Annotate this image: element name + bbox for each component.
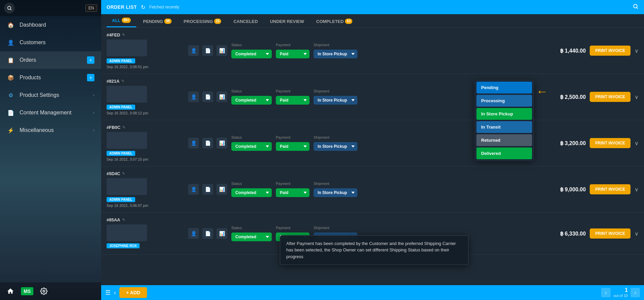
shipment-select-2[interactable]: In Store Pickup In Transit Delivered Ret…	[314, 142, 357, 151]
order-row-0: #4FED ✎ ADMIN PANEL Sep 16 2022, 3:08:51…	[101, 28, 644, 74]
order-id-3: #5D4C	[107, 171, 120, 176]
dropdown-item-0[interactable]: Pending	[476, 82, 532, 93]
customer-icon-1[interactable]: 👤	[188, 91, 199, 102]
customer-icon-4[interactable]: 👤	[188, 228, 199, 239]
order-thumbnail-1	[107, 86, 147, 103]
chart-icon-0[interactable]: 📊	[216, 45, 227, 56]
svg-point-3	[634, 4, 637, 8]
print-invoice-button-2[interactable]: PRINT INVOICE	[590, 138, 631, 148]
expand-content-management-icon: ›	[93, 110, 94, 115]
document-icon-4[interactable]: 📄	[202, 228, 213, 239]
svg-point-2	[43, 290, 45, 292]
products-icon: 📦	[7, 74, 15, 82]
back-button[interactable]: ‹	[114, 289, 116, 296]
sidebar-item-dashboard[interactable]: 🏠 Dashboard	[0, 16, 101, 34]
document-icon-1[interactable]: 📄	[202, 91, 213, 102]
order-actions-3: 👤 📄 📊	[188, 184, 227, 195]
language-label: EN	[88, 6, 94, 10]
print-invoice-button-4[interactable]: PRINT INVOICE	[590, 228, 631, 239]
dropdown-item-5[interactable]: Delivered	[476, 147, 532, 159]
customer-icon-3[interactable]: 👤	[188, 184, 199, 195]
sidebar-item-customers[interactable]: 👤 Customers	[0, 34, 101, 51]
tab-pending[interactable]: PENDING 98	[138, 15, 177, 27]
add-products-icon[interactable]: +	[87, 74, 94, 81]
dropdown-item-1[interactable]: Processing	[476, 95, 532, 107]
payment-select-3[interactable]: Paid Unpaid	[276, 188, 310, 197]
tab-label-completed: COMPLETED	[316, 19, 344, 24]
sidebar-item-products[interactable]: 📦 Products +	[0, 69, 101, 86]
edit-icon-0[interactable]: ✎	[122, 33, 125, 37]
customer-icon-2[interactable]: 👤	[188, 138, 199, 148]
edit-icon-4[interactable]: ✎	[122, 218, 125, 222]
customers-icon: 👤	[7, 38, 15, 47]
shipment-group-2: Shipment In Store Pickup In Transit Deli…	[314, 135, 357, 151]
nav-label-content-management: Content Management	[20, 110, 88, 116]
document-icon-2[interactable]: 📄	[202, 138, 213, 148]
add-button[interactable]: + ADD	[119, 287, 147, 298]
ms-badge[interactable]: MS	[21, 287, 33, 295]
shipment-select-3[interactable]: In Store Pickup In Transit Delivered Ret…	[314, 188, 357, 197]
expand-button-0[interactable]: ∨	[635, 48, 639, 54]
tab-processing[interactable]: PROCESSING 25	[178, 15, 227, 27]
next-page-button[interactable]: ›	[631, 288, 640, 297]
sidebar-item-orders[interactable]: 📋 Orders +	[0, 51, 101, 69]
search-icon[interactable]	[4, 3, 15, 13]
tab-canceled[interactable]: CANCELED	[228, 16, 263, 27]
print-invoice-button-1[interactable]: PRINT INVOICE	[590, 92, 631, 102]
order-thumbnail-4	[107, 224, 147, 241]
payment-select-1[interactable]: Paid Unpaid	[276, 96, 310, 105]
status-select-2[interactable]: Completed Pending Processing Canceled	[231, 142, 272, 151]
chart-icon-3[interactable]: 📊	[216, 184, 227, 195]
sidebar-item-content-management[interactable]: 📄 Content Management ›	[0, 104, 101, 121]
expand-button-1[interactable]: ∨	[635, 94, 639, 100]
chart-icon-2[interactable]: 📊	[216, 138, 227, 148]
status-select-4[interactable]: Completed Pending Processing Canceled	[231, 233, 272, 241]
customer-icon-0[interactable]: 👤	[188, 45, 199, 56]
shipment-label-1: Shipment	[314, 89, 357, 93]
payment-select-2[interactable]: Paid Unpaid	[276, 142, 310, 151]
chart-icon-4[interactable]: 📊	[216, 228, 227, 239]
refresh-icon[interactable]: ↻	[141, 4, 145, 10]
expand-button-4[interactable]: ∨	[635, 230, 639, 237]
topbar-search-icon[interactable]	[633, 3, 639, 11]
edit-icon-3[interactable]: ✎	[122, 171, 125, 176]
status-select-3[interactable]: Completed Pending Processing Canceled	[231, 188, 272, 197]
admin-badge-0: ADMIN PANEL	[107, 58, 135, 63]
order-date-1: Sep 16 2022, 3:08:12 pm	[107, 111, 181, 115]
edit-icon-1[interactable]: ✎	[121, 79, 124, 83]
status-select-1[interactable]: Completed Pending Processing Canceled	[231, 96, 272, 105]
tab-under-review[interactable]: UNDER REVIEW	[265, 16, 310, 27]
dropdown-item-2[interactable]: In Store Pickup	[476, 108, 532, 120]
sidebar-item-product-settings[interactable]: ⚙ Product Settings ›	[0, 86, 101, 104]
document-icon-0[interactable]: 📄	[202, 45, 213, 56]
tab-all[interactable]: ALL 99+	[107, 14, 136, 27]
tab-completed[interactable]: COMPLETED 63	[311, 15, 358, 27]
status-select-0[interactable]: Completed Pending Processing Canceled	[231, 50, 272, 58]
add-orders-icon[interactable]: +	[87, 56, 94, 64]
expand-button-3[interactable]: ∨	[635, 186, 639, 193]
language-switcher[interactable]: EN	[85, 4, 97, 12]
print-invoice-button-3[interactable]: PRINT INVOICE	[590, 184, 631, 194]
order-amount-0: ฿ 1,440.00	[552, 48, 586, 54]
payment-select-0[interactable]: Paid Unpaid	[276, 50, 310, 58]
payment-label-4: Payment	[276, 226, 310, 230]
shipment-select-1[interactable]: In Store Pickup In Transit Delivered Ret…	[314, 96, 357, 105]
dropdown-item-4[interactable]: Returned	[476, 134, 532, 146]
hamburger-icon[interactable]: ☰	[105, 289, 111, 296]
home-bottom-icon[interactable]	[5, 286, 16, 297]
chart-icon-1[interactable]: 📊	[216, 91, 227, 102]
edit-icon-2[interactable]: ✎	[122, 125, 125, 130]
document-icon-3[interactable]: 📄	[202, 184, 213, 195]
sidebar-item-miscellaneous[interactable]: ⚡ Miscellaneous ›	[0, 121, 101, 139]
print-invoice-button-0[interactable]: PRINT INVOICE	[590, 46, 631, 56]
order-right-0: ฿ 1,440.00 PRINT INVOICE ∨	[552, 46, 639, 56]
page-title: ORDER LIST	[107, 4, 137, 10]
settings-bottom-icon[interactable]	[38, 286, 49, 297]
order-amount-1: ฿ 2,500.00	[552, 94, 586, 100]
shipment-select-0[interactable]: In Store Pickup In Transit Delivered Ret…	[314, 50, 357, 58]
expand-button-2[interactable]: ∨	[635, 140, 639, 146]
shipment-dropdown[interactable]: PendingProcessingIn Store PickupIn Trans…	[475, 80, 534, 161]
dropdown-item-3[interactable]: In Transit	[476, 121, 532, 133]
prev-page-button[interactable]: ‹	[601, 288, 611, 297]
order-row-1: #821A ✎ ADMIN PANEL Sep 16 2022, 3:08:12…	[101, 74, 644, 120]
